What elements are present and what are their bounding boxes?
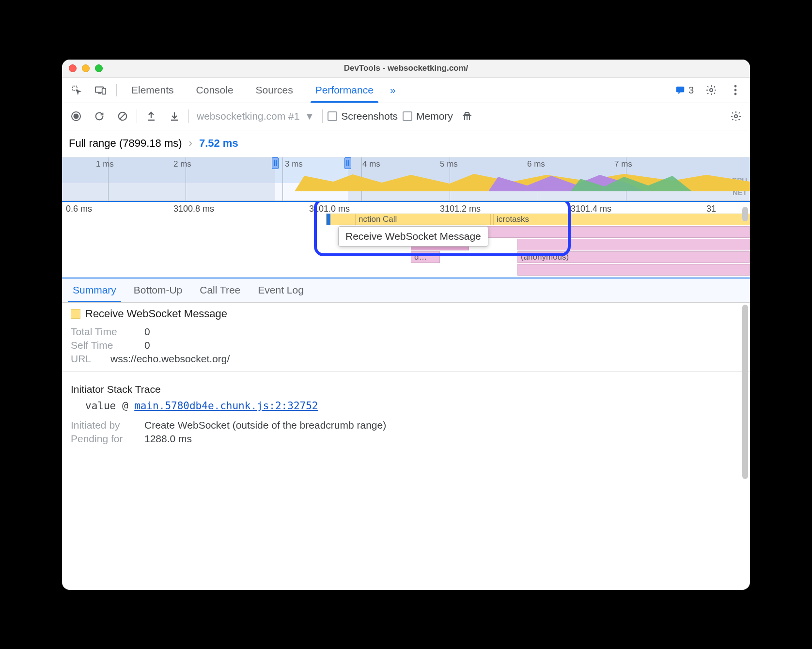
event-title: Receive WebSocket Message <box>85 308 227 320</box>
total-time-label: Total Time <box>71 326 134 338</box>
scrollbar-thumb[interactable] <box>742 207 748 221</box>
main-tabs: Elements Console Sources Performance » 3 <box>62 78 750 103</box>
divider <box>62 371 750 372</box>
event-color-chip <box>71 309 80 319</box>
stack-frame-link[interactable]: main.5780db4e.chunk.js:2:32752 <box>134 400 318 412</box>
pending-for-value: 1288.0 ms <box>144 433 192 445</box>
flame-block[interactable] <box>517 264 750 276</box>
settings-gear-icon[interactable] <box>701 81 722 99</box>
console-messages-count[interactable]: 3 <box>671 85 698 96</box>
overview-tick: 4 ms <box>362 159 380 169</box>
flame-tick: 3101.2 ms <box>440 204 481 214</box>
stack-frame-fn: value <box>85 400 116 412</box>
overview-tick: 5 ms <box>440 159 458 169</box>
recording-select-label: websocketking.com #1 <box>197 110 299 122</box>
overview-timeline[interactable]: 1 ms 2 ms 3 ms 4 ms 5 ms 6 ms 7 ms CPU N… <box>62 157 750 201</box>
svg-point-6 <box>734 89 737 92</box>
tabs-overflow-button[interactable]: » <box>386 78 400 103</box>
chevron-down-icon: ▼ <box>304 110 314 122</box>
memory-toggle[interactable]: Memory <box>403 110 453 122</box>
full-range-button[interactable]: Full range (7899.18 ms) <box>69 137 182 150</box>
recording-select[interactable]: websocketking.com #1 ▼ <box>194 110 317 122</box>
inspect-element-icon[interactable] <box>66 81 87 99</box>
flame-tick: 3101.0 ms <box>309 204 350 214</box>
flame-tick: 3100.8 ms <box>173 204 214 214</box>
initiated-by-value: Create WebSocket (outside of the breadcr… <box>144 419 386 431</box>
device-toolbar-icon[interactable] <box>90 81 111 99</box>
flame-block-microtasks[interactable]: icrotasks <box>493 214 571 225</box>
subtab-event-log[interactable]: Event Log <box>249 278 312 302</box>
flame-block[interactable] <box>517 239 750 250</box>
url-value: wss://echo.websocket.org/ <box>110 353 230 365</box>
overview-handle-left[interactable] <box>272 157 279 169</box>
checkbox-icon <box>403 111 412 121</box>
traffic-lights <box>69 64 103 72</box>
chevron-right-icon: › <box>189 137 192 150</box>
performance-toolbar: websocketking.com #1 ▼ Screenshots Memor… <box>62 103 750 130</box>
total-time-value: 0 <box>144 326 150 338</box>
collect-garbage-icon[interactable] <box>458 107 476 125</box>
subtab-bottom-up[interactable]: Bottom-Up <box>125 278 191 302</box>
summary-panel: Receive WebSocket Message Total Time 0 S… <box>62 303 750 590</box>
separator <box>188 109 189 123</box>
window-minimize-button[interactable] <box>82 64 90 72</box>
overview-tick: 7 ms <box>614 159 632 169</box>
self-time-value: 0 <box>144 340 150 351</box>
memory-label: Memory <box>416 110 453 122</box>
flame-tick: 0.6 ms <box>66 204 92 214</box>
stack-frame-at: @ <box>122 400 128 412</box>
flame-block-selected[interactable] <box>327 214 330 225</box>
overview-tick: 6 ms <box>527 159 545 169</box>
window-title: DevTools - websocketking.com/ <box>62 63 750 73</box>
tab-console[interactable]: Console <box>187 78 243 103</box>
subtab-call-tree[interactable]: Call Tree <box>191 278 249 302</box>
svg-point-4 <box>710 89 713 92</box>
flame-block-d[interactable]: d… <box>411 251 440 263</box>
screenshots-label: Screenshots <box>341 110 398 122</box>
upload-profile-icon[interactable] <box>142 107 160 125</box>
devtools-window: DevTools - websocketking.com/ Elements C… <box>62 60 750 590</box>
svg-point-5 <box>734 85 737 88</box>
tab-performance[interactable]: Performance <box>306 78 383 103</box>
overview-tick: 2 ms <box>173 159 191 169</box>
flame-block-anonymous[interactable]: (anonymous) <box>517 251 750 263</box>
scrollbar-thumb[interactable] <box>742 305 748 479</box>
record-button[interactable] <box>67 107 85 125</box>
self-time-label: Self Time <box>71 340 134 351</box>
svg-rect-3 <box>676 87 685 93</box>
flame-tick: 31 <box>706 204 716 214</box>
window-close-button[interactable] <box>69 64 77 72</box>
subtab-summary[interactable]: Summary <box>64 278 125 302</box>
initiator-stack-header: Initiator Stack Trace <box>71 384 741 395</box>
overview-handle-right[interactable] <box>344 157 351 169</box>
titlebar: DevTools - websocketking.com/ <box>62 60 750 78</box>
performance-settings-gear-icon[interactable] <box>727 107 745 125</box>
pending-for-label: Pending for <box>71 433 134 445</box>
svg-point-11 <box>734 115 737 118</box>
range-breadcrumb: Full range (7899.18 ms) › 7.52 ms <box>62 130 750 157</box>
flame-tooltip: Receive WebSocket Message <box>338 226 488 247</box>
flame-tick: 3101.4 ms <box>571 204 611 214</box>
tab-elements[interactable]: Elements <box>122 78 184 103</box>
separator <box>137 109 137 123</box>
svg-point-9 <box>74 114 79 119</box>
screenshots-toggle[interactable]: Screenshots <box>328 110 398 122</box>
selected-range: 7.52 ms <box>199 137 238 150</box>
overview-cpu-chart <box>62 172 750 191</box>
separator <box>116 84 117 96</box>
svg-point-7 <box>734 93 737 95</box>
reload-record-button[interactable] <box>90 107 109 125</box>
clear-button[interactable] <box>113 107 132 125</box>
separator <box>322 109 323 123</box>
checkbox-icon <box>328 111 337 121</box>
url-label: URL <box>71 353 100 365</box>
flame-block-function-call[interactable]: nction Call <box>355 214 491 225</box>
more-menu-icon[interactable] <box>725 81 746 99</box>
tab-sources[interactable]: Sources <box>246 78 303 103</box>
overview-tick: 3 ms <box>285 159 303 169</box>
console-messages-count-value: 3 <box>688 85 694 96</box>
overview-tick: 1 ms <box>96 159 114 169</box>
download-profile-icon[interactable] <box>165 107 184 125</box>
window-maximize-button[interactable] <box>95 64 103 72</box>
flame-chart[interactable]: 0.6 ms 3100.8 ms 3101.0 ms 3101.2 ms 310… <box>62 201 750 278</box>
